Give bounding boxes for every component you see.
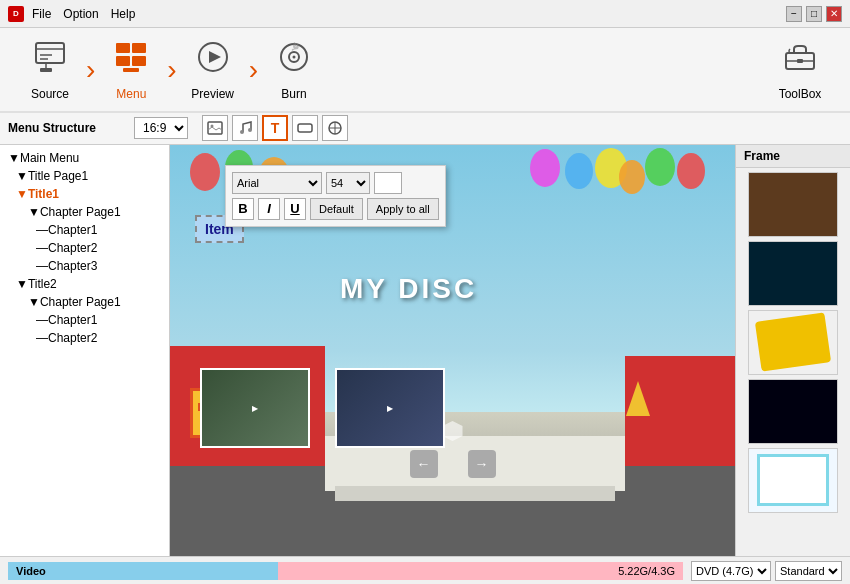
frame-1[interactable] xyxy=(748,172,838,237)
source-label: Source xyxy=(31,87,69,101)
burn-label: Burn xyxy=(281,87,306,101)
frame-3[interactable] xyxy=(748,310,838,375)
italic-button[interactable]: I xyxy=(258,198,280,220)
menu-option[interactable]: Option xyxy=(63,7,98,21)
tree-chapter3-under-title1[interactable]: — Chapter3 xyxy=(0,257,169,275)
tree-title-page1[interactable]: ▼ Title Page1 xyxy=(0,167,169,185)
video-label: Video xyxy=(16,565,46,577)
svg-rect-6 xyxy=(116,43,130,53)
leaf-icon: — xyxy=(36,223,48,237)
toolbox-label: ToolBox xyxy=(779,87,822,101)
tree-title1[interactable]: ▼ Title1 xyxy=(0,185,169,203)
window-controls: − □ ✕ xyxy=(786,6,842,22)
frame-4[interactable] xyxy=(748,379,838,444)
sub-toolbar: Menu Structure 16:9 4:3 T xyxy=(0,113,850,145)
svg-rect-7 xyxy=(132,43,146,53)
tree-chapter-page1-title2[interactable]: ▼ Chapter Page1 xyxy=(0,293,169,311)
status-bar: Video 5.22G/4.3G DVD (4.7G) DVD (8.5G) B… xyxy=(0,556,850,584)
svg-rect-8 xyxy=(116,56,130,66)
leaf-icon: — xyxy=(36,259,48,273)
tree-chapter2-under-title2[interactable]: — Chapter2 xyxy=(0,329,169,347)
leaf-icon: — xyxy=(36,241,48,255)
menu-tree: ▼ Main Menu ▼ Title Page1 ▼ Title1 ▼ Cha… xyxy=(0,145,169,556)
svg-point-15 xyxy=(292,55,295,58)
tree-expand-icon: ▼ xyxy=(16,169,28,183)
tree-main-menu[interactable]: ▼ Main Menu xyxy=(0,149,169,167)
tree-expand-icon: ▼ xyxy=(28,295,40,309)
thumbnail-1: ▶ xyxy=(200,368,310,448)
tree-chapter1-under-title2[interactable]: — Chapter1 xyxy=(0,311,169,329)
preview-label: Preview xyxy=(191,87,234,101)
tree-chapter-page1[interactable]: ▼ Chapter Page1 xyxy=(0,203,169,221)
menu-icon xyxy=(113,39,149,83)
music-button[interactable] xyxy=(232,115,258,141)
tree-chapter1-under-title1[interactable]: — Chapter1 xyxy=(0,221,169,239)
menu-file[interactable]: File xyxy=(32,7,51,21)
right-panel: Frame xyxy=(735,145,850,556)
svg-rect-10 xyxy=(123,68,139,72)
toolbar-menu[interactable]: Menu xyxy=(91,33,171,107)
leaf-icon: — xyxy=(36,331,48,345)
toolbar-preview[interactable]: Preview xyxy=(173,33,253,107)
text-format-popup: Arial Times New Roman Verdana 54 48 36 7… xyxy=(225,165,446,227)
svg-point-22 xyxy=(248,128,252,132)
size-label: 5.22G/4.3G xyxy=(618,565,675,577)
svg-rect-18 xyxy=(797,59,803,63)
tree-expand-icon: ▼ xyxy=(8,151,20,165)
title-bar: D File Option Help − □ ✕ xyxy=(0,0,850,28)
main-toolbar: Source › Menu › Preview › xyxy=(0,28,850,113)
close-button[interactable]: ✕ xyxy=(826,6,842,22)
panel-header-label: Menu Structure xyxy=(8,121,128,135)
tree-chapter2-under-title1[interactable]: — Chapter2 xyxy=(0,239,169,257)
default-button[interactable]: Default xyxy=(310,198,363,220)
svg-rect-5 xyxy=(40,68,52,72)
menu-bar: File Option Help xyxy=(32,7,135,21)
menu-nav-label: Menu xyxy=(116,87,146,101)
tree-expand-icon: ▼ xyxy=(16,187,28,201)
canvas-area[interactable]: MY DISC ▶ ▶ ← → xyxy=(170,145,735,556)
frames-list xyxy=(736,168,850,556)
toolbar-burn[interactable]: Burn xyxy=(254,33,334,107)
frame-5[interactable] xyxy=(748,448,838,513)
aspect-ratio-select[interactable]: 16:9 4:3 xyxy=(134,117,188,139)
quality-select[interactable]: Standard High Best xyxy=(775,561,842,581)
video-status: Video 5.22G/4.3G xyxy=(8,562,683,580)
underline-button[interactable]: U xyxy=(284,198,306,220)
toolbar-source[interactable]: Source xyxy=(10,33,90,107)
app-logo: D xyxy=(8,6,24,22)
apply-all-button[interactable]: Apply to all xyxy=(367,198,439,220)
burn-icon xyxy=(276,39,312,83)
thumbnail-2: ▶ xyxy=(335,368,445,448)
disc-title-text: MY DISC xyxy=(340,273,477,305)
bold-button[interactable]: B xyxy=(232,198,254,220)
text-button[interactable]: T xyxy=(262,115,288,141)
color-picker[interactable] xyxy=(374,172,402,194)
nav-button[interactable] xyxy=(322,115,348,141)
font-size-select[interactable]: 54 48 36 72 xyxy=(326,172,370,194)
nav-buttons: ← → xyxy=(410,450,496,478)
disc-type-select[interactable]: DVD (4.7G) DVD (8.5G) BD-25 xyxy=(691,561,771,581)
frame-2[interactable] xyxy=(748,241,838,306)
svg-point-21 xyxy=(240,130,244,134)
svg-marker-12 xyxy=(209,51,221,63)
tree-title2[interactable]: ▼ Title2 xyxy=(0,275,169,293)
frames-header: Frame xyxy=(736,145,850,168)
toolbox-icon xyxy=(782,39,818,83)
preview-canvas: MY DISC ▶ ▶ ← → xyxy=(170,145,735,556)
svg-rect-23 xyxy=(298,124,312,132)
prev-button[interactable]: ← xyxy=(410,450,438,478)
left-panel: ▼ Main Menu ▼ Title Page1 ▼ Title1 ▼ Cha… xyxy=(0,145,170,556)
font-select[interactable]: Arial Times New Roman Verdana xyxy=(232,172,322,194)
leaf-icon: — xyxy=(36,313,48,327)
disc-settings: DVD (4.7G) DVD (8.5G) BD-25 Standard Hig… xyxy=(691,561,842,581)
svg-rect-0 xyxy=(36,43,64,63)
background-image-button[interactable] xyxy=(202,115,228,141)
next-button[interactable]: → xyxy=(468,450,496,478)
source-icon xyxy=(32,39,68,83)
tree-expand-icon: ▼ xyxy=(16,277,28,291)
button-tool-button[interactable] xyxy=(292,115,318,141)
maximize-button[interactable]: □ xyxy=(806,6,822,22)
toolbar-toolbox[interactable]: ToolBox xyxy=(760,33,840,107)
menu-help[interactable]: Help xyxy=(111,7,136,21)
minimize-button[interactable]: − xyxy=(786,6,802,22)
